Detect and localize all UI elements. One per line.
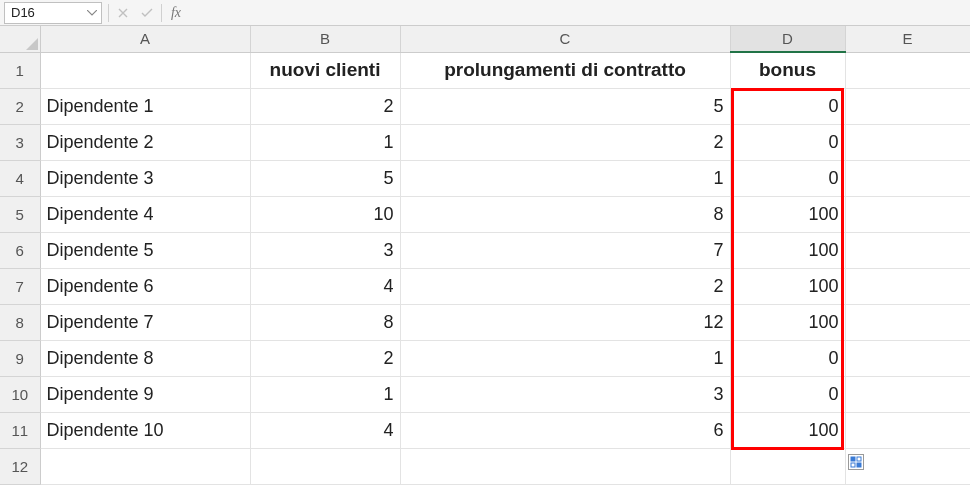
cell-D7[interactable]: 100 xyxy=(730,268,845,304)
row-header[interactable]: 8 xyxy=(0,304,40,340)
cell-C1[interactable]: prolungamenti di contratto xyxy=(400,52,730,88)
cell-A11[interactable]: Dipendente 10 xyxy=(40,412,250,448)
cell-D10[interactable]: 0 xyxy=(730,376,845,412)
row-header[interactable]: 3 xyxy=(0,124,40,160)
cell-B12[interactable] xyxy=(250,448,400,484)
cell-C5[interactable]: 8 xyxy=(400,196,730,232)
autofill-options-icon[interactable] xyxy=(848,454,864,470)
row-header[interactable]: 7 xyxy=(0,268,40,304)
row-header[interactable]: 4 xyxy=(0,160,40,196)
cancel-icon xyxy=(111,2,135,24)
cell-B3[interactable]: 1 xyxy=(250,124,400,160)
cell-D4[interactable]: 0 xyxy=(730,160,845,196)
cell-A1[interactable] xyxy=(40,52,250,88)
cell-C3[interactable]: 2 xyxy=(400,124,730,160)
cell-A10[interactable]: Dipendente 9 xyxy=(40,376,250,412)
cell-A6[interactable]: Dipendente 5 xyxy=(40,232,250,268)
row-header[interactable]: 9 xyxy=(0,340,40,376)
cell-D3[interactable]: 0 xyxy=(730,124,845,160)
row-header[interactable]: 11 xyxy=(0,412,40,448)
cell-E10[interactable] xyxy=(845,376,970,412)
cell-E6[interactable] xyxy=(845,232,970,268)
formula-input[interactable] xyxy=(188,2,970,24)
cell-C11[interactable]: 6 xyxy=(400,412,730,448)
cell-B10[interactable]: 1 xyxy=(250,376,400,412)
cell-B1[interactable]: nuovi clienti xyxy=(250,52,400,88)
cell-D5[interactable]: 100 xyxy=(730,196,845,232)
cell-B5[interactable]: 10 xyxy=(250,196,400,232)
col-header-B[interactable]: B xyxy=(250,26,400,52)
cell-C6[interactable]: 7 xyxy=(400,232,730,268)
cell-E9[interactable] xyxy=(845,340,970,376)
cell-E8[interactable] xyxy=(845,304,970,340)
separator xyxy=(161,4,162,22)
cell-C12[interactable] xyxy=(400,448,730,484)
cell-C2[interactable]: 5 xyxy=(400,88,730,124)
select-all-corner[interactable] xyxy=(0,26,40,52)
cell-B2[interactable]: 2 xyxy=(250,88,400,124)
cell-C9[interactable]: 1 xyxy=(400,340,730,376)
cell-E11[interactable] xyxy=(845,412,970,448)
cell-C4[interactable]: 1 xyxy=(400,160,730,196)
formula-bar: D16 fx xyxy=(0,0,970,26)
separator xyxy=(108,4,109,22)
confirm-icon xyxy=(135,2,159,24)
row-header[interactable]: 10 xyxy=(0,376,40,412)
cell-E2[interactable] xyxy=(845,88,970,124)
name-box[interactable]: D16 xyxy=(4,2,102,24)
cell-A9[interactable]: Dipendente 8 xyxy=(40,340,250,376)
cell-D12[interactable] xyxy=(730,448,845,484)
row-header[interactable]: 5 xyxy=(0,196,40,232)
fx-icon[interactable]: fx xyxy=(164,2,188,24)
cell-D8[interactable]: 100 xyxy=(730,304,845,340)
cell-B6[interactable]: 3 xyxy=(250,232,400,268)
cell-D6[interactable]: 100 xyxy=(730,232,845,268)
cell-A5[interactable]: Dipendente 4 xyxy=(40,196,250,232)
cell-E1[interactable] xyxy=(845,52,970,88)
col-header-E[interactable]: E xyxy=(845,26,970,52)
cell-E7[interactable] xyxy=(845,268,970,304)
spreadsheet: A B C D E 1 nuovi clienti prolungamenti … xyxy=(0,26,970,485)
row-header[interactable]: 12 xyxy=(0,448,40,484)
svg-rect-4 xyxy=(857,463,861,467)
cell-A7[interactable]: Dipendente 6 xyxy=(40,268,250,304)
cell-A4[interactable]: Dipendente 3 xyxy=(40,160,250,196)
cell-C7[interactable]: 2 xyxy=(400,268,730,304)
cell-A3[interactable]: Dipendente 2 xyxy=(40,124,250,160)
name-box-value: D16 xyxy=(11,5,35,20)
cell-C10[interactable]: 3 xyxy=(400,376,730,412)
svg-rect-2 xyxy=(851,463,855,467)
cell-E3[interactable] xyxy=(845,124,970,160)
cell-A12[interactable] xyxy=(40,448,250,484)
col-header-D[interactable]: D xyxy=(730,26,845,52)
cell-B11[interactable]: 4 xyxy=(250,412,400,448)
col-header-A[interactable]: A xyxy=(40,26,250,52)
cell-A2[interactable]: Dipendente 1 xyxy=(40,88,250,124)
cell-C8[interactable]: 12 xyxy=(400,304,730,340)
cell-D2[interactable]: 0 xyxy=(730,88,845,124)
cell-B8[interactable]: 8 xyxy=(250,304,400,340)
row-header[interactable]: 6 xyxy=(0,232,40,268)
row-header[interactable]: 1 xyxy=(0,52,40,88)
cell-E5[interactable] xyxy=(845,196,970,232)
cell-A8[interactable]: Dipendente 7 xyxy=(40,304,250,340)
cell-B9[interactable]: 2 xyxy=(250,340,400,376)
cell-D11[interactable]: 100 xyxy=(730,412,845,448)
col-header-C[interactable]: C xyxy=(400,26,730,52)
cell-B7[interactable]: 4 xyxy=(250,268,400,304)
svg-rect-3 xyxy=(857,457,861,461)
cell-E4[interactable] xyxy=(845,160,970,196)
cell-D1[interactable]: bonus xyxy=(730,52,845,88)
chevron-down-icon[interactable] xyxy=(85,6,99,20)
cell-B4[interactable]: 5 xyxy=(250,160,400,196)
cell-D9[interactable]: 0 xyxy=(730,340,845,376)
row-header[interactable]: 2 xyxy=(0,88,40,124)
svg-rect-1 xyxy=(851,457,855,461)
fx-label: fx xyxy=(171,5,181,21)
